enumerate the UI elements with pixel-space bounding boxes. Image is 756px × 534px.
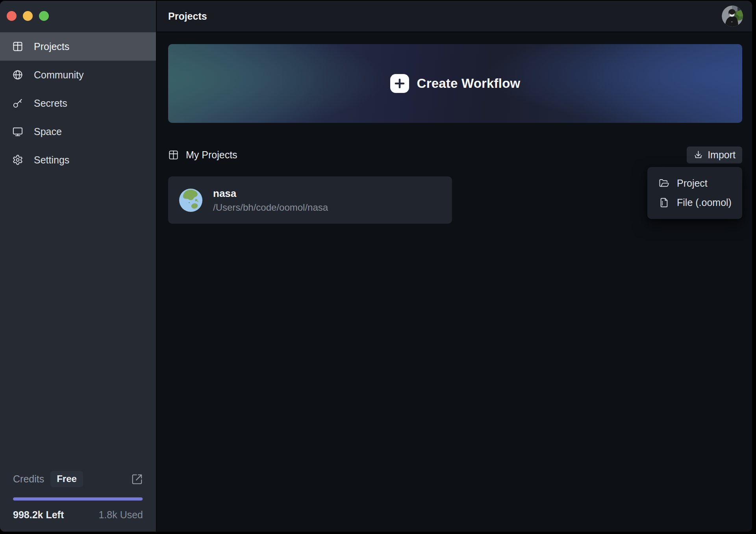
menu-item-project[interactable]: Project bbox=[647, 174, 742, 193]
app-window: Projects Community Secrets Space Setting… bbox=[0, 1, 752, 532]
sidebar-item-space[interactable]: Space bbox=[0, 117, 156, 146]
title-bar: Projects ⌁ bbox=[157, 1, 752, 32]
project-path: /Users/bh/code/oomol/nasa bbox=[213, 202, 328, 213]
sidebar-item-projects[interactable]: Projects bbox=[0, 32, 156, 61]
zoom-window-button[interactable] bbox=[39, 11, 49, 21]
project-card-info: nasa /Users/bh/code/oomol/nasa bbox=[213, 187, 328, 213]
plan-badge: Free bbox=[50, 471, 83, 487]
window-controls bbox=[0, 1, 156, 32]
folder-open-icon bbox=[659, 178, 669, 189]
sidebar-item-label: Community bbox=[34, 69, 83, 81]
sidebar-item-label: Projects bbox=[34, 41, 69, 52]
import-download-icon bbox=[693, 150, 703, 160]
external-link-icon bbox=[131, 473, 143, 485]
sidebar-nav: Projects Community Secrets Space Setting… bbox=[0, 32, 156, 174]
page-title: Projects bbox=[168, 11, 207, 22]
sidebar: Projects Community Secrets Space Setting… bbox=[0, 1, 157, 532]
section-title: My Projects bbox=[186, 149, 237, 161]
project-name: nasa bbox=[213, 187, 328, 200]
menu-item-file-oomol[interactable]: File (.oomol) bbox=[647, 193, 742, 212]
gear-icon bbox=[12, 154, 23, 165]
credits-used-value: 1.8k Used bbox=[98, 509, 143, 521]
menu-item-label: Project bbox=[677, 178, 708, 189]
sidebar-item-label: Settings bbox=[34, 154, 69, 166]
import-dropdown-menu: Project File (.oomol) bbox=[647, 167, 742, 219]
sidebar-item-secrets[interactable]: Secrets bbox=[0, 89, 156, 117]
globe-icon bbox=[12, 69, 23, 80]
minimize-window-button[interactable] bbox=[23, 11, 33, 21]
globe-asia-icon bbox=[178, 188, 203, 213]
sidebar-item-community[interactable]: Community bbox=[0, 61, 156, 89]
user-avatar[interactable]: ⌁ bbox=[722, 6, 743, 27]
create-workflow-banner[interactable]: Create Workflow bbox=[168, 44, 742, 123]
close-window-button[interactable] bbox=[7, 11, 17, 21]
main-content: Create Workflow My Projects Import bbox=[157, 32, 752, 532]
avatar-photo: ⌁ bbox=[722, 6, 743, 27]
credits-label: Credits bbox=[13, 473, 44, 485]
credits-panel: Credits Free 998.2k Left 1.8k Used bbox=[0, 471, 156, 532]
sidebar-item-label: Secrets bbox=[34, 98, 67, 109]
open-credits-button[interactable] bbox=[131, 473, 143, 485]
menu-item-label: File (.oomol) bbox=[677, 197, 732, 208]
main-area: Projects ⌁ bbox=[157, 1, 752, 532]
create-workflow-label: Create Workflow bbox=[417, 76, 521, 91]
table-icon bbox=[168, 150, 179, 160]
sidebar-item-settings[interactable]: Settings bbox=[0, 146, 156, 174]
monitor-icon bbox=[12, 126, 23, 137]
credits-left-value: 998.2k Left bbox=[13, 509, 64, 521]
import-button-label: Import bbox=[708, 149, 736, 161]
key-icon bbox=[12, 98, 23, 109]
project-card-nasa[interactable]: nasa /Users/bh/code/oomol/nasa bbox=[168, 176, 452, 224]
import-button[interactable]: Import bbox=[687, 146, 742, 163]
table-icon bbox=[12, 41, 23, 52]
credits-progress-track bbox=[13, 497, 143, 501]
plus-icon bbox=[390, 74, 409, 93]
file-icon bbox=[659, 197, 669, 208]
sidebar-item-label: Space bbox=[34, 126, 62, 137]
credits-progress-fill bbox=[13, 497, 143, 501]
my-projects-section-header: My Projects Import Project bbox=[168, 146, 742, 163]
